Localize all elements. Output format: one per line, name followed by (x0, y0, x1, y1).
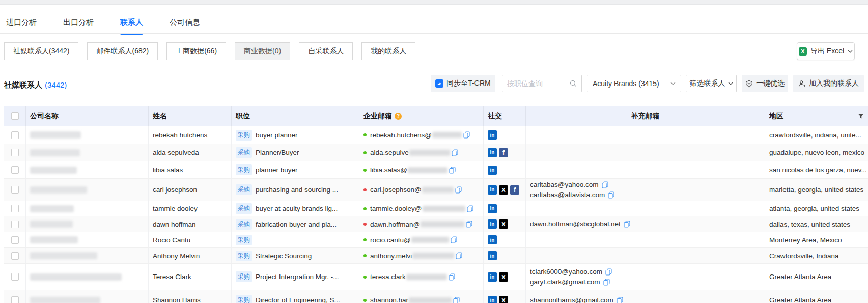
procurement-tag: 采购 (236, 295, 252, 303)
region: dallas, texas, united states (769, 221, 850, 228)
add-to-my-contacts-button[interactable]: 加入我的联系人 (793, 75, 864, 92)
facebook-icon[interactable]: f (510, 185, 519, 195)
job-title: planner buyer (256, 166, 298, 174)
contact-name: Shannon Harris (153, 296, 201, 303)
contact-source-filters: 社媒联系人(3442) 邮件联系人(682) 工商数据(66) 商业数据(0) … (4, 42, 415, 60)
tab-company-info[interactable]: 公司信息 (170, 18, 200, 29)
export-excel-button[interactable]: X 导出 Excel (797, 42, 855, 60)
sync-tcrm-button[interactable]: 同步至T-CRM (431, 75, 495, 92)
email-status-dot (363, 151, 367, 154)
search-icon[interactable] (570, 80, 577, 87)
copy-icon[interactable] (452, 149, 458, 156)
procurement-tag: 采购 (236, 235, 252, 245)
row-checkbox[interactable] (11, 252, 19, 260)
x-twitter-icon[interactable]: X (499, 219, 508, 229)
linkedin-icon[interactable]: in (488, 272, 497, 282)
row-checkbox[interactable] (11, 149, 19, 156)
copy-icon[interactable] (449, 273, 455, 281)
copy-icon[interactable] (449, 167, 456, 174)
row-checkbox[interactable] (11, 273, 19, 281)
filter-self-collected[interactable]: 自采联系人 (299, 42, 353, 60)
filter-business-registry[interactable]: 工商数据(66) (166, 42, 226, 60)
copy-icon[interactable] (463, 131, 470, 139)
company-email: libia.salas@ (370, 166, 407, 174)
company-email: dawn.hoffman@ (370, 221, 420, 228)
extra-email: carltabas@altavista.com (530, 190, 605, 200)
copy-icon[interactable] (456, 252, 462, 259)
email-status-dot (363, 299, 367, 302)
row-checkbox[interactable] (11, 131, 19, 139)
company-email: aida.sepulve (370, 149, 409, 156)
filter-email-contacts[interactable]: 邮件联系人(682) (87, 42, 158, 60)
copy-icon[interactable] (466, 221, 472, 228)
copy-icon[interactable] (603, 279, 610, 286)
procurement-tag: 采购 (236, 184, 252, 195)
copy-icon[interactable] (453, 297, 460, 303)
table-row: Anthony Melvin 采购Strategic Sourcing anth… (4, 248, 868, 264)
x-twitter-icon[interactable]: X (499, 272, 508, 282)
company-email: rocio.cantu@ (370, 236, 411, 244)
job-title: fabrication buyer and pla... (256, 221, 337, 228)
section-title: 社媒联系人(3442) (4, 80, 67, 90)
linkedin-icon[interactable]: in (488, 204, 497, 213)
filter-my-contacts[interactable]: 我的联系人 (361, 42, 415, 60)
copy-icon[interactable] (608, 191, 614, 199)
facebook-icon[interactable]: f (499, 148, 508, 157)
region: Monterrey Area, Mexico (769, 236, 842, 244)
x-twitter-icon[interactable]: X (499, 185, 508, 195)
copy-icon[interactable] (605, 268, 612, 276)
linkedin-icon[interactable]: in (488, 130, 497, 140)
linkedin-icon[interactable]: in (488, 296, 497, 303)
redacted-email-domain (409, 297, 452, 303)
linkedin-icon[interactable]: in (488, 185, 497, 195)
row-checkbox[interactable] (11, 236, 19, 244)
tab-import-analysis[interactable]: 进口分析 (6, 18, 37, 29)
linkedin-icon[interactable]: in (488, 235, 497, 244)
copy-icon[interactable] (451, 236, 457, 243)
tab-export-analysis[interactable]: 出口分析 (63, 18, 94, 29)
copy-icon[interactable] (624, 221, 630, 228)
table-row: libia salas 采购planner buyer libia.salas@… (4, 161, 868, 179)
row-checkbox[interactable] (11, 205, 19, 212)
filter-social-contacts[interactable]: 社媒联系人(3442) (4, 42, 78, 60)
filter-funnel-icon[interactable] (858, 113, 864, 119)
main-tabs: 进口分析 出口分析 联系人 公司信息 (6, 13, 200, 33)
select-all-checkbox[interactable] (11, 112, 19, 120)
contact-name: libia salas (153, 166, 183, 174)
copy-icon[interactable] (617, 297, 623, 303)
copy-icon[interactable] (455, 186, 462, 194)
x-twitter-icon[interactable]: X (499, 296, 508, 303)
header-region: 地区 (765, 106, 868, 126)
copy-icon[interactable] (602, 181, 608, 188)
linkedin-icon[interactable]: in (488, 148, 497, 157)
filter-commercial-data[interactable]: 商业数据(0) (235, 42, 290, 60)
help-icon[interactable]: ? (395, 113, 402, 120)
email-status-dot (363, 207, 367, 210)
contact-name: Rocio Cantu (153, 236, 190, 244)
position-search-input[interactable] (507, 79, 563, 88)
linkedin-icon[interactable]: in (488, 166, 497, 175)
redacted-email-domain (411, 237, 449, 243)
header-social: 社交 (484, 106, 526, 126)
tab-contacts[interactable]: 联系人 (120, 18, 143, 29)
copy-icon[interactable] (467, 205, 473, 212)
row-checkbox[interactable] (11, 296, 19, 303)
excel-icon: X (799, 47, 807, 56)
contact-name: tammie dooley (153, 205, 198, 212)
linkedin-icon[interactable]: in (488, 251, 497, 260)
filter-contacts-button[interactable]: 筛选联系人 (686, 75, 737, 92)
region: Crawfordsville, Indiana (769, 252, 839, 260)
one-click-optimize-button[interactable]: 一键优选 (742, 75, 788, 92)
company-email: shannon.har (370, 296, 408, 303)
linkedin-icon[interactable]: in (488, 219, 497, 229)
email-status-dot (363, 276, 367, 279)
table-row: Teresa Clark 采购Project Intergration Mgr.… (4, 264, 868, 290)
company-select[interactable]: Acuity Brands (3415) (587, 75, 681, 92)
procurement-tag: 采购 (236, 219, 252, 230)
row-checkbox[interactable] (11, 166, 19, 174)
export-excel-label: 导出 Excel (810, 47, 844, 56)
row-checkbox[interactable] (11, 221, 19, 228)
redacted-email-domain (408, 167, 447, 173)
redacted-company-name (30, 186, 87, 194)
row-checkbox[interactable] (11, 186, 19, 194)
